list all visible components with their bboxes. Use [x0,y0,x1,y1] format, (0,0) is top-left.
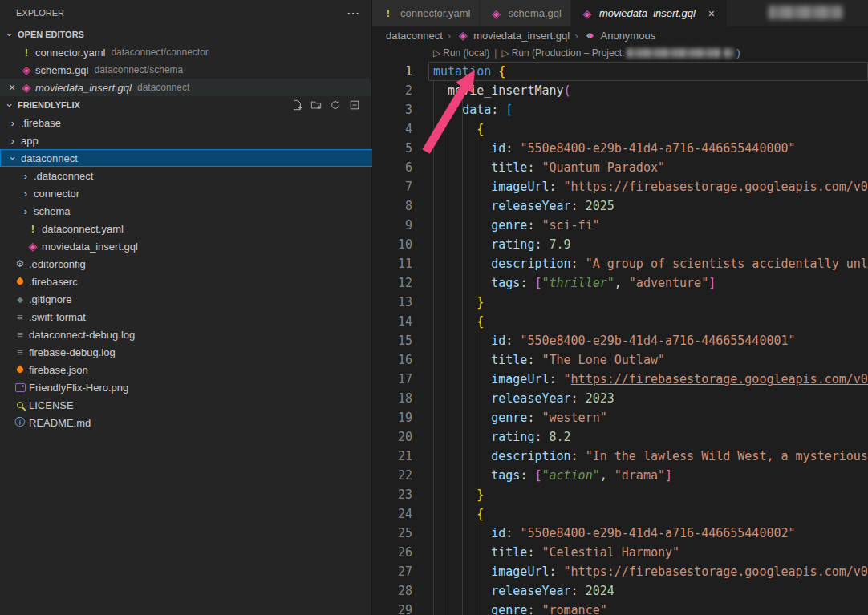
collapse-all-icon[interactable] [349,99,360,111]
tree-item-moviedata-insert-gql[interactable]: ◈moviedata_insert.gql [0,237,397,255]
more-actions-icon[interactable]: ⋯ [347,6,360,21]
line-number[interactable]: 28 [372,581,412,601]
code-line[interactable]: 12 tags: ["thriller", "adventure"] [372,273,868,293]
line-number[interactable]: 24 [372,504,412,524]
tree-item--editorconfig[interactable]: ⚙.editorconfig [0,255,384,273]
tree-item--firebaserc[interactable]: .firebaserc [0,273,384,290]
tree-item--dataconnect[interactable]: ›.dataconnect [0,167,391,184]
tree-item-firebase-json[interactable]: firebase.json [0,361,384,378]
breadcrumb-item-anonymous[interactable]: ◆◆Anonymous [583,30,656,42]
line-number[interactable]: 19 [372,408,412,427]
close-tab-icon[interactable]: × [705,7,718,20]
code-editor[interactable]: 1mutation {2 movie_insertMany(3 data: [4… [372,62,868,615]
code-line[interactable]: 23 } [372,485,868,504]
code-line[interactable]: 25 id: "550e8400-e29b-41d4-a716-44665544… [372,524,868,543]
line-number[interactable]: 1 [372,62,412,81]
tab-schema-gql[interactable]: ◈schema.gql [480,0,570,26]
workspace-section-header[interactable]: › FRIENDLYFLIX [0,96,371,114]
code-line[interactable]: 28 releaseYear: 2024 [372,581,868,601]
tree-item--firebase[interactable]: ›.firebase [0,114,378,131]
tree-item-dataconnect[interactable]: ›dataconnect [0,149,378,167]
tree-item-dataconnect-yaml[interactable]: !dataconnect.yaml [0,220,397,237]
code-line[interactable]: 7 imageUrl: "https://firebasestorage.goo… [372,177,868,196]
line-number[interactable]: 25 [372,524,412,543]
code-line[interactable]: 26 title: "Celestial Harmony" [372,543,868,562]
line-number[interactable]: 11 [372,254,412,273]
code-line[interactable]: 18 releaseYear: 2023 [372,389,868,408]
tree-item-connector[interactable]: ›connector [0,184,391,202]
code-line[interactable]: 13 } [372,293,868,312]
code-line[interactable]: 4 { [372,119,868,139]
line-number[interactable]: 15 [372,331,412,350]
code-line[interactable]: 17 imageUrl: "https://firebasestorage.go… [372,370,868,389]
line-number[interactable]: 7 [372,177,412,196]
code-text: movie_insertMany( [412,81,571,100]
line-number[interactable]: 21 [372,447,412,466]
code-line[interactable]: 21 description: "In the lawless Wild Wes… [372,447,868,466]
line-number[interactable]: 16 [372,350,412,370]
code-line[interactable]: 10 rating: 7.9 [372,235,868,254]
code-line[interactable]: 16 title: "The Lone Outlaw" [372,350,868,370]
tree-item-dataconnect-debug-log[interactable]: ≡dataconnect-debug.log [0,326,384,343]
tree-item--gitignore[interactable]: ◆.gitignore [0,290,384,308]
line-number[interactable]: 12 [372,273,412,293]
token [433,372,491,386]
refresh-icon[interactable] [330,99,341,111]
new-folder-icon[interactable] [310,99,322,111]
code-line[interactable]: 29 genre: "romance" [372,601,868,615]
code-line[interactable]: 24 { [372,504,868,524]
close-editor-icon[interactable]: × [5,81,19,94]
breadcrumb-item-dataconnect[interactable]: dataconnect [386,30,443,42]
line-number[interactable]: 9 [372,216,412,235]
line-number[interactable]: 29 [372,601,412,615]
open-editor-item[interactable]: ×◈moviedata_insert.gqldataconnect [0,79,371,96]
tab-moviedata-insert-gql[interactable]: ◈moviedata_insert.gql× [571,0,728,26]
line-number[interactable]: 14 [372,312,412,331]
open-editor-item[interactable]: !connector.yamldataconnect/connector [0,43,371,61]
line-number[interactable]: 6 [372,158,412,177]
new-file-icon[interactable] [291,99,302,111]
code-line[interactable]: 9 genre: "sci-fi" [372,216,868,235]
line-number[interactable]: 26 [372,543,412,562]
open-editor-item[interactable]: ◈schema.gqldataconnect/schema [0,61,371,79]
code-line[interactable]: 20 rating: 8.2 [372,427,868,447]
chevron-down-icon: › [7,152,19,164]
line-number[interactable]: 8 [372,196,412,216]
code-line[interactable]: 27 imageUrl: "https://firebasestorage.go… [372,562,868,581]
line-number[interactable]: 10 [372,235,412,254]
code-line[interactable]: 6 title: "Quantum Paradox" [372,158,868,177]
line-number[interactable]: 4 [372,119,412,139]
tree-item-firebase-debug-log[interactable]: ≡firebase-debug.log [0,343,384,361]
code-line[interactable]: 19 genre: "western" [372,408,868,427]
code-line[interactable]: 22 tags: ["action", "drama"] [372,466,868,485]
line-number[interactable]: 5 [372,139,412,158]
tab-connector-yaml[interactable]: !connector.yaml [372,0,480,26]
line-number[interactable]: 23 [372,485,412,504]
open-editors-section-header[interactable]: › OPEN EDITORS [0,26,371,43]
code-line[interactable]: 15 id: "550e8400-e29b-41d4-a716-44665544… [372,331,868,350]
tree-item-readme-md[interactable]: ⓘREADME.md [0,414,384,431]
run-local-link[interactable]: ▷ Run (local) [433,47,489,59]
code-line[interactable]: 8 releaseYear: 2025 [372,196,868,216]
line-number[interactable]: 13 [372,293,412,312]
line-number[interactable]: 2 [372,81,412,100]
breadcrumb-item-moviedata-insert-gql[interactable]: ◈moviedata_insert.gql [456,29,570,42]
line-number[interactable]: 17 [372,370,412,389]
run-production-link[interactable]: ▷ Run (Production – Project: ) [501,47,740,59]
line-number[interactable]: 20 [372,427,412,447]
line-number[interactable]: 18 [372,389,412,408]
code-line[interactable]: 5 id: "550e8400-e29b-41d4-a716-446655440… [372,139,868,158]
tree-item-schema[interactable]: ›schema [0,202,391,220]
code-line[interactable]: 11 description: "A group of scientists a… [372,254,868,273]
line-number[interactable]: 22 [372,466,412,485]
line-number[interactable]: 3 [372,100,412,119]
code-line[interactable]: 2 movie_insertMany( [372,81,868,100]
tree-item-friendlyflix-hero-png[interactable]: FriendlyFlix-Hero.png [0,378,384,396]
line-number[interactable]: 27 [372,562,412,581]
code-line[interactable]: 1mutation { [372,62,868,81]
tree-item-app[interactable]: ›app [0,131,378,149]
tree-item-license[interactable]: LICENSE [0,396,384,414]
code-line[interactable]: 14 { [372,312,868,331]
code-line[interactable]: 3 data: [ [372,100,868,119]
tree-item--swift-format[interactable]: ≡.swift-format [0,308,384,326]
